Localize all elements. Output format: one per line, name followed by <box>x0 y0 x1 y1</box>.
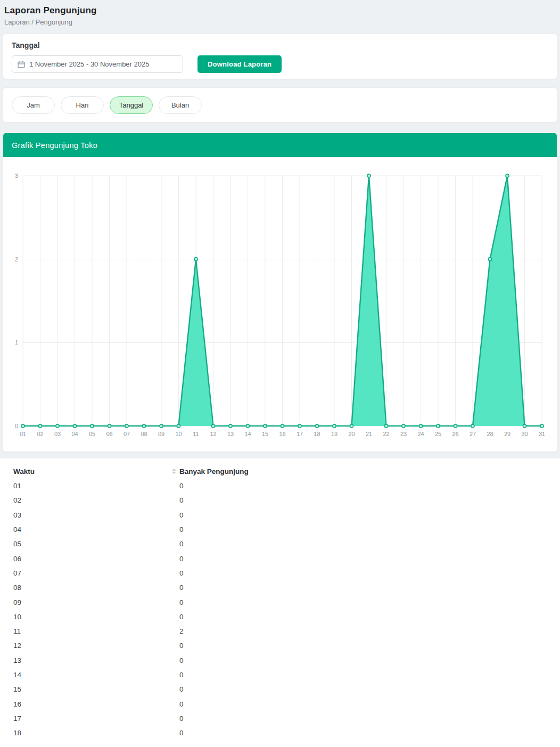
chart-point[interactable] <box>73 424 76 428</box>
sort-icon[interactable] <box>172 469 176 474</box>
svg-text:30: 30 <box>521 431 528 437</box>
chart-point[interactable] <box>90 424 94 428</box>
chart-point[interactable] <box>384 424 388 428</box>
svg-text:15: 15 <box>262 431 268 437</box>
waktu-cell: 04 <box>13 526 179 533</box>
tab-jam[interactable]: Jam <box>12 96 55 114</box>
banyak-cell: 0 <box>179 569 560 577</box>
chart-point[interactable] <box>471 424 474 428</box>
waktu-cell: 12 <box>13 642 179 650</box>
chart-point[interactable] <box>229 424 232 428</box>
sort-up-icon <box>172 469 176 471</box>
chart-point[interactable] <box>281 424 284 428</box>
waktu-header-cell: Waktu <box>13 467 179 475</box>
breadcrumb: Laporan / Pengunjung <box>4 18 560 26</box>
banyak-cell: 0 <box>179 511 560 519</box>
table-row: 030 <box>0 508 560 522</box>
waktu-cell: 01 <box>13 482 179 490</box>
chart-point[interactable] <box>315 424 318 428</box>
waktu-cell: 05 <box>13 540 179 548</box>
chart-point[interactable] <box>194 258 197 261</box>
table-row: 080 <box>0 580 560 595</box>
svg-text:27: 27 <box>470 431 476 437</box>
svg-text:06: 06 <box>106 431 112 437</box>
waktu-cell: 11 <box>13 627 179 635</box>
table-row: 170 <box>0 711 560 726</box>
chart-point[interactable] <box>437 424 440 428</box>
chart-point[interactable] <box>38 424 42 428</box>
banyak-cell: 0 <box>179 685 560 693</box>
y-axis-labels: 0123 <box>15 173 18 429</box>
tab-tanggal[interactable]: Tanggal <box>110 96 153 114</box>
waktu-cell: 15 <box>13 685 179 693</box>
svg-text:04: 04 <box>71 431 78 437</box>
banyak-cell: 0 <box>179 526 560 533</box>
download-report-button[interactable]: Download Laporan <box>197 55 282 73</box>
banyak-header-label[interactable]: Banyak Pengunjung <box>179 467 560 475</box>
svg-text:1: 1 <box>15 339 18 346</box>
svg-text:22: 22 <box>383 431 389 437</box>
visitor-line-chart: 0123010203040506070809101112131415161718… <box>3 157 557 452</box>
tab-bulan[interactable]: Bulan <box>159 96 202 114</box>
chart-point[interactable] <box>246 424 249 428</box>
date-filter-label: Tanggal <box>12 41 548 50</box>
chart-card: Grafik Pengunjung Toko 01230102030405060… <box>3 133 557 452</box>
table-body: 0100200300400500600700800901001121201301… <box>0 479 560 740</box>
svg-text:14: 14 <box>244 431 251 437</box>
chart-point[interactable] <box>298 424 301 428</box>
chart-point[interactable] <box>177 424 180 428</box>
chart-point[interactable] <box>160 424 163 428</box>
svg-text:24: 24 <box>417 431 424 437</box>
svg-text:19: 19 <box>331 431 337 437</box>
chart-point[interactable] <box>367 174 370 177</box>
chart-point[interactable] <box>108 424 111 428</box>
waktu-header-label[interactable]: Waktu <box>13 467 35 475</box>
chart-body: 0123010203040506070809101112131415161718… <box>3 157 557 452</box>
svg-text:10: 10 <box>175 431 182 437</box>
date-filter-card: Tanggal 1 November 2025 - 30 November 20… <box>3 34 557 79</box>
chart-point[interactable] <box>21 424 24 428</box>
chart-point[interactable] <box>488 258 491 261</box>
chart-point[interactable] <box>506 174 509 177</box>
waktu-cell: 16 <box>13 700 179 708</box>
banyak-cell: 0 <box>179 613 560 621</box>
chart-point[interactable] <box>540 424 543 428</box>
waktu-cell: 18 <box>13 729 179 737</box>
chart-point[interactable] <box>523 424 526 428</box>
banyak-cell: 0 <box>179 496 560 504</box>
chart-point[interactable] <box>454 424 457 428</box>
svg-text:05: 05 <box>89 431 95 437</box>
chart-point[interactable] <box>125 424 128 428</box>
banyak-cell: 0 <box>179 598 560 606</box>
waktu-cell: 02 <box>13 496 179 504</box>
table-row: 100 <box>0 610 560 624</box>
waktu-cell: 08 <box>13 584 179 592</box>
tab-hari[interactable]: Hari <box>61 96 104 114</box>
table-row: 040 <box>0 522 560 537</box>
svg-text:11: 11 <box>193 431 199 437</box>
chart-title: Grafik Pengunjung Toko <box>12 141 97 150</box>
chart-point[interactable] <box>333 424 336 428</box>
page-header: Laporan Pengunjung Laporan / Pengunjung <box>0 0 560 26</box>
svg-text:23: 23 <box>400 431 407 437</box>
svg-text:31: 31 <box>539 431 545 437</box>
svg-text:08: 08 <box>141 431 147 437</box>
chart-point[interactable] <box>211 424 215 428</box>
banyak-cell: 0 <box>179 700 560 708</box>
svg-text:09: 09 <box>158 431 164 437</box>
chart-point[interactable] <box>142 424 145 428</box>
table-row: 112 <box>0 624 560 638</box>
chart-point[interactable] <box>263 424 267 428</box>
banyak-cell: 0 <box>179 540 560 548</box>
chart-point[interactable] <box>56 424 59 428</box>
chart-point[interactable] <box>419 424 422 428</box>
table-row: 130 <box>0 653 560 668</box>
date-range-input[interactable]: 1 November 2025 - 30 November 2025 <box>12 55 183 73</box>
svg-text:29: 29 <box>504 431 510 437</box>
visitor-table-section: Waktu Banyak Pengunjung 0100200300400500… <box>0 458 560 747</box>
table-row: 120 <box>0 638 560 653</box>
svg-text:28: 28 <box>487 431 493 437</box>
table-row: 060 <box>0 551 560 565</box>
chart-point[interactable] <box>402 424 405 428</box>
chart-point[interactable] <box>350 424 353 428</box>
